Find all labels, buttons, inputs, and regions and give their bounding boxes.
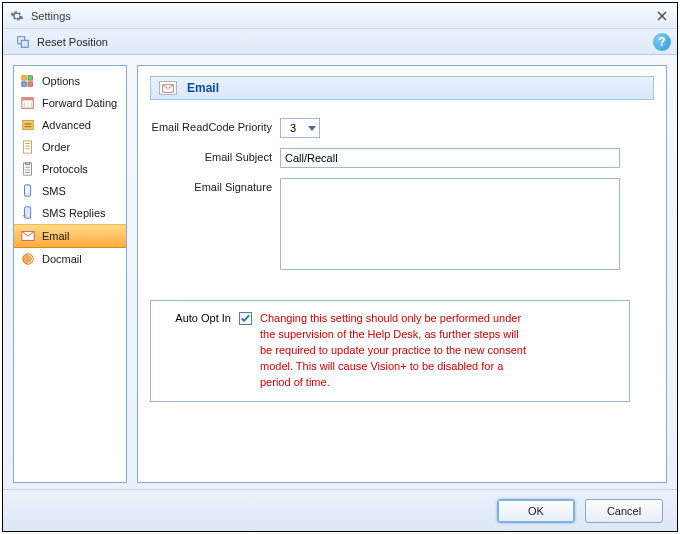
signature-label: Email Signature [150, 178, 280, 193]
reset-position-button[interactable]: Reset Position [9, 32, 114, 52]
subject-label: Email Subject [150, 148, 280, 163]
readcode-value: 3 [281, 122, 305, 134]
cancel-button[interactable]: Cancel [585, 499, 663, 523]
docmail-icon [20, 251, 36, 267]
body: Options Forward Dating Advanced Order Pr… [3, 55, 677, 489]
svg-rect-5 [28, 82, 32, 86]
options-icon [20, 73, 36, 89]
sidebar-item-protocols[interactable]: Protocols [14, 158, 126, 180]
svg-rect-3 [28, 76, 32, 80]
sidebar-item-order[interactable]: Order [14, 136, 126, 158]
reset-position-icon [15, 34, 31, 50]
help-icon[interactable]: ? [653, 33, 671, 51]
panel-header: Email [150, 76, 654, 100]
svg-rect-1 [21, 40, 28, 47]
chevron-down-icon[interactable] [305, 119, 319, 137]
readcode-label: Email ReadCode Priority [150, 118, 280, 133]
email-icon [20, 228, 36, 244]
footer: OK Cancel [3, 489, 677, 531]
svg-rect-2 [22, 76, 26, 80]
close-icon[interactable] [653, 7, 671, 25]
signature-textarea[interactable] [280, 178, 620, 270]
row-signature: Email Signature [150, 178, 654, 270]
readcode-select[interactable]: 3 [280, 118, 320, 138]
svg-point-21 [23, 254, 34, 265]
sidebar-item-label: SMS Replies [42, 207, 106, 219]
advanced-icon [20, 117, 36, 133]
sidebar-item-email[interactable]: Email [14, 224, 126, 248]
sidebar-item-docmail[interactable]: Docmail [14, 248, 126, 270]
sidebar-item-sms[interactable]: SMS [14, 180, 126, 202]
row-subject: Email Subject [150, 148, 654, 168]
svg-rect-12 [25, 123, 32, 124]
titlebar: Settings [3, 3, 677, 29]
sidebar-item-label: Advanced [42, 119, 91, 131]
sidebar-item-label: Options [42, 75, 80, 87]
sidebar-item-sms-replies[interactable]: SMS Replies [14, 202, 126, 224]
sidebar-item-label: Protocols [42, 163, 88, 175]
auto-opt-in-warning: Changing this setting should only be per… [260, 311, 530, 391]
order-icon [20, 139, 36, 155]
calendar-icon [20, 95, 36, 111]
panel-title: Email [187, 81, 219, 95]
protocols-icon [20, 161, 36, 177]
sidebar-item-options[interactable]: Options [14, 70, 126, 92]
ok-button-label: OK [528, 505, 544, 517]
svg-rect-14 [24, 141, 32, 153]
cancel-button-label: Cancel [607, 505, 641, 517]
auto-opt-in-checkbox[interactable] [239, 312, 252, 325]
svg-rect-4 [22, 82, 26, 86]
settings-window: Settings Reset Position ? Options Forwar… [2, 2, 678, 532]
svg-rect-7 [22, 98, 33, 101]
sidebar-item-advanced[interactable]: Advanced [14, 114, 126, 136]
sms-icon [20, 183, 36, 199]
toolbar: Reset Position ? [3, 29, 677, 55]
window-title: Settings [31, 10, 653, 22]
auto-opt-in-label: Auto Opt In [161, 311, 231, 324]
svg-rect-11 [23, 121, 34, 130]
sidebar-item-forward-dating[interactable]: Forward Dating [14, 92, 126, 114]
auto-opt-in-group: Auto Opt In Changing this setting should… [150, 300, 630, 402]
row-readcode: Email ReadCode Priority 3 [150, 118, 654, 138]
main-panel: Email Email ReadCode Priority 3 Email Su… [137, 65, 667, 483]
sidebar-item-label: Docmail [42, 253, 82, 265]
gear-icon [9, 8, 25, 24]
svg-rect-18 [26, 187, 30, 193]
subject-input[interactable] [280, 148, 620, 168]
svg-rect-13 [25, 126, 32, 127]
sidebar-item-label: Forward Dating [42, 97, 117, 109]
sidebar: Options Forward Dating Advanced Order Pr… [13, 65, 127, 483]
sms-replies-icon [20, 205, 36, 221]
sidebar-item-label: Order [42, 141, 70, 153]
email-panel-icon [159, 81, 177, 95]
sidebar-item-label: Email [42, 230, 70, 242]
svg-rect-16 [25, 162, 29, 165]
reset-position-label: Reset Position [37, 36, 108, 48]
sidebar-item-label: SMS [42, 185, 66, 197]
svg-rect-19 [25, 207, 31, 218]
ok-button[interactable]: OK [497, 499, 575, 523]
